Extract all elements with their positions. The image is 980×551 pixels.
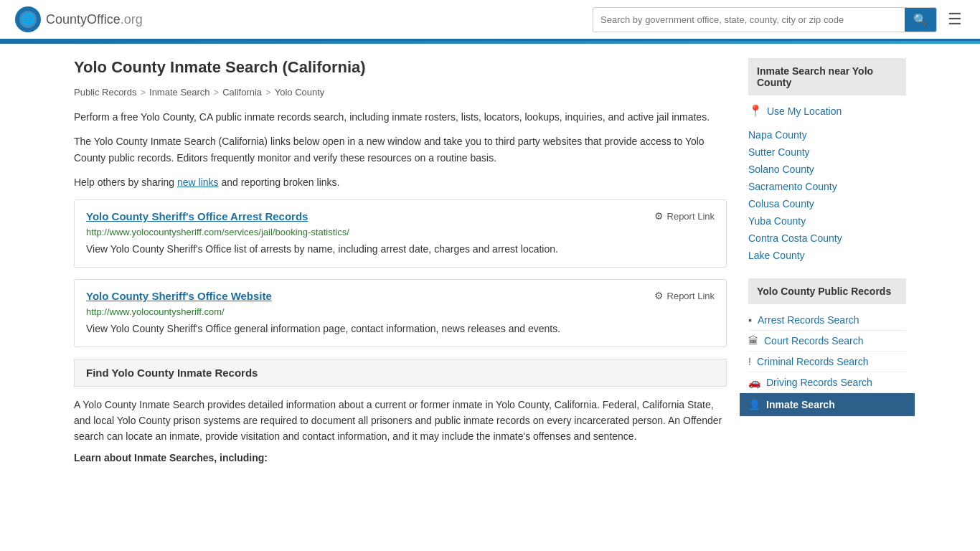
breadcrumb-california[interactable]: California — [222, 87, 262, 98]
public-record-item: 🏛 Court Records Search — [748, 331, 906, 352]
main-content: Yolo County Inmate Search (California) P… — [74, 58, 727, 463]
nearby-county-link[interactable]: Colusa County — [748, 198, 814, 209]
main-container: Yolo County Inmate Search (California) P… — [60, 44, 920, 478]
use-my-location-link[interactable]: Use My Location — [767, 105, 842, 117]
record-icon: 🏛 — [748, 335, 758, 347]
link-card-title[interactable]: Yolo County Sheriff's Office Website — [86, 290, 272, 302]
link-card-desc: View Yolo County Sheriff's Office genera… — [86, 321, 715, 336]
search-bar-container: 🔍 — [593, 7, 937, 32]
nearby-county-link[interactable]: Sutter County — [748, 146, 810, 158]
search-button[interactable]: 🔍 — [905, 8, 936, 32]
breadcrumb-current: Yolo County — [275, 87, 325, 98]
record-icon: ! — [748, 356, 751, 367]
nearby-county-item: Napa County — [748, 126, 906, 143]
nearby-county-link[interactable]: Napa County — [748, 129, 807, 141]
public-record-item: 🚗 Driving Records Search — [748, 372, 906, 393]
public-record-item: 👤 Inmate Search — [740, 393, 915, 417]
nearby-county-item: Contra Costa County — [748, 230, 906, 247]
search-input[interactable] — [593, 9, 905, 30]
public-record-link[interactable]: Inmate Search — [766, 399, 835, 410]
public-record-item: ! Criminal Records Search — [748, 352, 906, 372]
nearby-county-link[interactable]: Contra Costa County — [748, 232, 842, 244]
report-icon: ⚙ — [654, 210, 664, 222]
breadcrumb: Public Records > Inmate Search > Califor… — [74, 87, 727, 98]
description-para2: The Yolo County Inmate Search (Californi… — [74, 133, 727, 166]
nearby-county-item: Lake County — [748, 247, 906, 264]
nearby-county-item: Sacramento County — [748, 178, 906, 195]
description-para1: Perform a free Yolo County, CA public in… — [74, 109, 727, 125]
public-record-link[interactable]: Arrest Records Search — [758, 314, 859, 326]
record-icon: ▪ — [748, 314, 752, 326]
hamburger-menu-icon[interactable]: ☰ — [944, 6, 966, 32]
learn-title: Learn about Inmate Searches, including: — [74, 452, 727, 463]
record-icon: 🚗 — [748, 377, 760, 388]
logo-icon: 🌐 — [14, 6, 42, 33]
link-card-header: Yolo County Sheriff's Office Website ⚙ R… — [86, 290, 715, 302]
link-cards-container: Yolo County Sheriff's Office Arrest Reco… — [74, 199, 727, 347]
nearby-section: Inmate Search near Yolo County 📍 Use My … — [748, 58, 906, 264]
report-link-label: Report Link — [667, 211, 715, 222]
breadcrumb-public-records[interactable]: Public Records — [74, 87, 136, 98]
public-record-link[interactable]: Criminal Records Search — [757, 356, 869, 367]
link-card-header: Yolo County Sheriff's Office Arrest Reco… — [86, 210, 715, 222]
logo-area: 🌐 CountyOffice.org — [14, 6, 143, 33]
find-section-title: Find Yolo County Inmate Records — [86, 367, 715, 379]
report-link-button[interactable]: ⚙ Report Link — [654, 210, 715, 222]
report-link-label: Report Link — [667, 291, 715, 301]
logo-text: CountyOffice.org — [46, 12, 143, 27]
description-para3: Help others by sharing new links and rep… — [74, 174, 727, 190]
find-desc: A Yolo County Inmate Search provides det… — [74, 397, 727, 445]
site-header: 🌐 CountyOffice.org 🔍 ☰ — [0, 0, 980, 41]
public-records-list: ▪ Arrest Records Search 🏛 Court Records … — [748, 310, 906, 417]
link-card: Yolo County Sheriff's Office Website ⚙ R… — [74, 279, 727, 347]
link-card-title[interactable]: Yolo County Sheriff's Office Arrest Reco… — [86, 210, 308, 222]
public-record-item: ▪ Arrest Records Search — [748, 310, 906, 331]
location-pin-icon: 📍 — [748, 104, 763, 118]
find-section: Find Yolo County Inmate Records — [74, 359, 727, 387]
nearby-county-item: Colusa County — [748, 195, 906, 212]
nearby-county-item: Solano County — [748, 161, 906, 178]
public-records-section: Yolo County Public Records ▪ Arrest Reco… — [748, 278, 906, 417]
link-card-url: http://www.yolocountysheriff.com/ — [86, 306, 715, 317]
nearby-county-link[interactable]: Lake County — [748, 250, 805, 261]
use-location: 📍 Use My Location — [748, 101, 906, 121]
nearby-county-link[interactable]: Yuba County — [748, 215, 806, 227]
report-link-button[interactable]: ⚙ Report Link — [654, 290, 715, 301]
nearby-county-item: Yuba County — [748, 212, 906, 230]
nearby-counties-list: Napa CountySutter CountySolano CountySac… — [748, 126, 906, 264]
link-card: Yolo County Sheriff's Office Arrest Reco… — [74, 199, 727, 268]
nearby-county-link[interactable]: Sacramento County — [748, 181, 837, 192]
public-record-link[interactable]: Court Records Search — [764, 335, 864, 347]
report-icon: ⚙ — [654, 290, 664, 301]
page-title: Yolo County Inmate Search (California) — [74, 58, 727, 77]
nearby-county-link[interactable]: Solano County — [748, 164, 814, 175]
record-icon: 👤 — [748, 399, 760, 410]
header-right: 🔍 ☰ — [593, 6, 966, 32]
public-record-link[interactable]: Driving Records Search — [766, 377, 872, 388]
public-records-title: Yolo County Public Records — [748, 278, 906, 304]
nearby-title: Inmate Search near Yolo County — [748, 58, 906, 95]
svg-text:🌐: 🌐 — [21, 12, 35, 26]
nearby-county-item: Sutter County — [748, 143, 906, 161]
breadcrumb-inmate-search[interactable]: Inmate Search — [149, 87, 210, 98]
link-card-desc: View Yolo County Sheriff's Office list o… — [86, 242, 715, 257]
link-card-url: http://www.yolocountysheriff.com/service… — [86, 227, 715, 237]
new-links-link[interactable]: new links — [177, 176, 219, 188]
sidebar: Inmate Search near Yolo County 📍 Use My … — [748, 58, 906, 463]
